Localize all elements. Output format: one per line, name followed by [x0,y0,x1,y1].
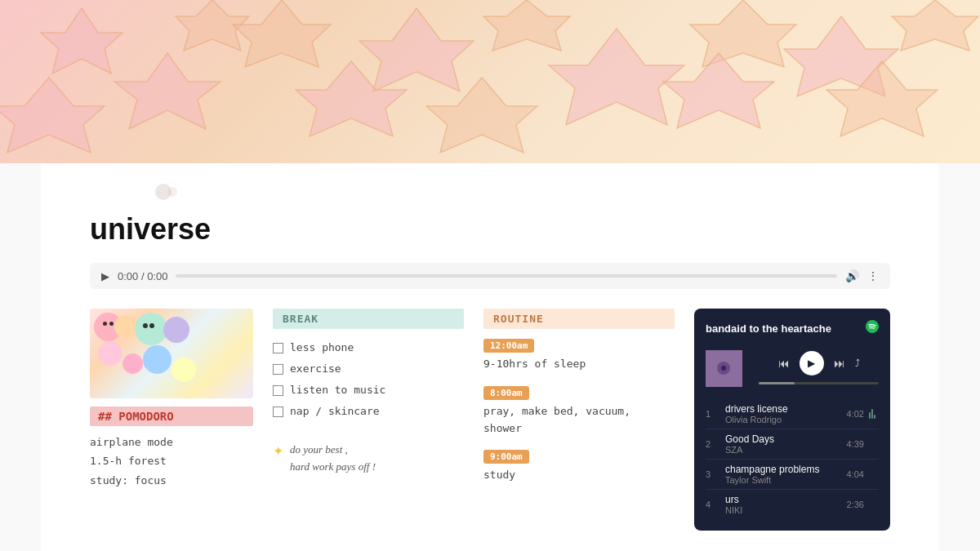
time-badge-1: 8:00am [483,386,529,400]
bt21-avatar [90,309,253,398]
track-name: champagne problems [725,464,842,475]
svg-marker-10 [483,0,570,51]
motivational-text: do your best , hard work pays off ! [290,442,376,476]
svg-marker-28 [0,78,105,153]
motivational-block: ✦ do your best , hard work pays off ! [273,435,464,482]
music-progress-fill [759,382,795,384]
track-artist: Taylor Swift [725,475,842,485]
player-controls: ⏮ ▶ ⏭ ⤴ [759,351,879,375]
main-content: universe ▶ 0:00 / 0:00 🔊 ⋮ [41,163,939,551]
track-item-4[interactable]: 4 urs NIKI 2:36 [706,490,879,519]
checkbox-exercise[interactable] [273,364,283,375]
motivational-line1: do your best , [290,443,348,455]
time-badge-2: 9:00am [483,450,529,464]
track-item-2[interactable]: 2 Good Days SZA 4:39 [706,429,879,460]
routine-text-0: 9-10hrs of sleep [483,356,675,373]
break-column: BREAK less phone exercise listen to musi… [273,309,464,482]
audio-time: 0:00 / 0:00 [118,270,167,282]
banner [0,0,980,163]
track-name: urs [725,494,842,505]
list-item[interactable]: less phone [273,337,464,358]
track-number: 1 [706,409,720,419]
checklist-label: less phone [290,337,354,358]
checkbox-less-phone[interactable] [273,343,283,353]
motivational-line2: hard work pays off ! [290,460,376,473]
track-duration: 4:02 [847,409,864,419]
routine-slot-0: 12:00am 9-10hrs of sleep [483,337,675,373]
content-grid: ## POMODORO airplane mode 1.5-h forest s… [90,309,890,531]
routine-header: ROUTINE [483,309,675,329]
track-number: 3 [706,469,720,479]
list-item[interactable]: exercise [273,358,464,380]
music-player: bandaid to the heartache [694,309,890,531]
checkbox-music[interactable] [273,385,283,396]
star-icon: ✦ [273,443,283,459]
svg-marker-4 [114,53,220,129]
audio-more-icon[interactable]: ⋮ [867,269,879,282]
track-duration: 4:04 [847,469,864,479]
track-name: Good Days [725,433,842,445]
track-artist: NIKI [725,505,842,515]
track-duration: 2:36 [847,500,864,509]
checkbox-nap[interactable] [273,407,283,417]
routine-text-1: pray, make bed, vacuum,shower [483,403,675,438]
audio-volume-icon[interactable]: 🔊 [845,269,859,282]
list-item[interactable]: listen to music [273,380,464,401]
track-artist: Olivia Rodrigo [725,415,842,424]
equalizer-icon [869,409,879,419]
play-pause-button[interactable]: ▶ [800,351,824,375]
audio-player: ▶ 0:00 / 0:00 🔊 ⋮ [90,263,890,289]
svg-marker-14 [690,0,796,67]
checklist-label: nap / skincare [290,401,380,422]
skip-forward-button[interactable]: ⏭ [834,357,845,370]
track-name: drivers license [725,403,842,415]
svg-marker-18 [892,0,978,51]
audio-play-button[interactable]: ▶ [101,270,109,282]
pomodoro-label: ## POMODORO [90,407,253,426]
skip-back-button[interactable]: ⏮ [778,357,790,370]
checklist-label: exercise [290,358,341,380]
routine-slot-2: 9:00am study [483,448,675,484]
break-header: BREAK [273,309,464,329]
list-item[interactable]: nap / skincare [273,401,464,422]
track-info: drivers license Olivia Rodrigo [725,403,842,424]
spotify-icon [866,320,879,336]
track-item-3[interactable]: 3 champagne problems Taylor Swift 4:04 [706,460,879,490]
time-badge-0: 12:00am [483,339,534,353]
track-item-1[interactable]: 1 drivers license Olivia Rodrigo 4:02 [706,399,879,429]
music-progress-bar[interactable] [759,382,879,384]
music-player-header: bandaid to the heartache [706,320,879,336]
track-number: 2 [706,439,720,449]
pomodoro-column: ## POMODORO airplane mode 1.5-h forest s… [90,309,253,490]
svg-marker-0 [41,8,122,73]
track-duration: 4:39 [847,439,864,449]
routine-text-2: study [483,467,675,484]
list-item: 1.5-h forest [90,451,253,470]
routine-slot-1: 8:00am pray, make bed, vacuum,shower [483,384,675,438]
svg-point-33 [721,366,726,371]
track-info: champagne problems Taylor Swift [725,464,842,485]
track-info: urs NIKI [725,494,842,515]
share-button[interactable]: ⤴ [855,358,860,369]
list-item: airplane mode [90,433,253,451]
now-playing-title: bandaid to the heartache [706,322,831,335]
pomodoro-list: airplane mode 1.5-h forest study: focus [90,433,253,490]
routine-column: ROUTINE 12:00am 9-10hrs of sleep 8:00am … [483,309,675,495]
checklist-label: listen to music [290,380,385,401]
track-artist: SZA [725,445,842,455]
break-checklist: less phone exercise listen to music nap … [273,337,464,422]
page-title: universe [90,212,890,247]
track-number: 4 [706,500,720,509]
list-item: study: focus [90,471,253,490]
track-list: 1 drivers license Olivia Rodrigo 4:02 2 [706,399,879,519]
audio-progress-bar[interactable] [176,274,837,278]
track-info: Good Days SZA [725,433,842,455]
album-art [706,350,742,387]
